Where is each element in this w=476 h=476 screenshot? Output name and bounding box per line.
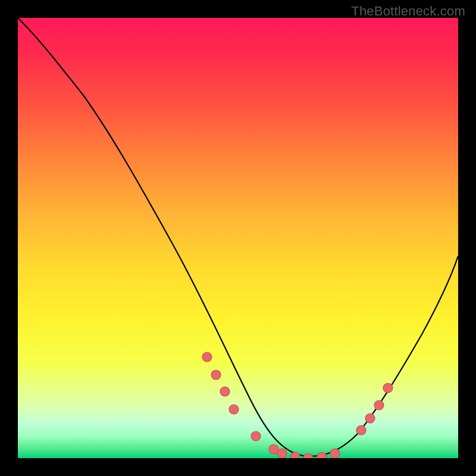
scatter-dots	[202, 352, 393, 458]
chart-dot	[211, 370, 221, 380]
chart-dot	[277, 449, 287, 458]
chart-dot	[251, 431, 261, 441]
chart-dot	[202, 352, 212, 362]
plot-area	[18, 18, 458, 458]
chart-dot	[383, 383, 393, 393]
watermark-text: TheBottleneck.com	[351, 4, 465, 19]
chart-dot	[356, 425, 366, 435]
chart-dot	[374, 400, 384, 410]
chart-svg	[18, 18, 458, 458]
chart-dot	[290, 452, 300, 458]
chart-dot	[317, 452, 327, 458]
chart-dot	[229, 405, 239, 414]
chart-dot	[330, 449, 340, 458]
chart-dot	[303, 453, 313, 458]
chart-dot	[220, 387, 230, 396]
chart-dot	[365, 414, 375, 423]
